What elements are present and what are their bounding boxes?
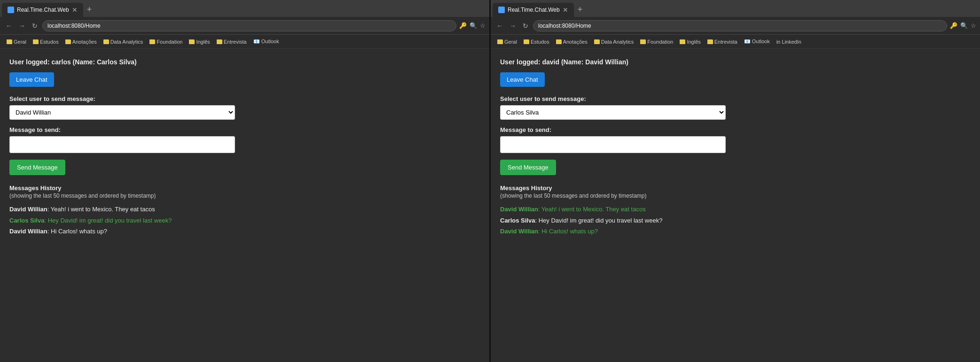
- user-name-left: carlos: [51, 58, 71, 66]
- leave-chat-btn-left[interactable]: Leave Chat: [9, 72, 54, 87]
- bookmark-geral-right[interactable]: Geral: [494, 38, 520, 46]
- folder-icon: [497, 39, 503, 44]
- new-tab-btn-right[interactable]: +: [575, 5, 586, 15]
- tab-close-right[interactable]: ✕: [563, 7, 568, 13]
- address-input-right[interactable]: [533, 20, 947, 31]
- message-sender-right-0: David Willian: [500, 206, 538, 213]
- message-label-left: Message to send:: [9, 126, 480, 133]
- address-bar-left: ← → ↻ 🔑 🔍 ☆: [0, 17, 489, 35]
- select-user-group-left: Select user to send message: David Willi…: [9, 95, 480, 120]
- tab-left[interactable]: Real.Time.Chat.Web ✕: [2, 3, 83, 17]
- bookmark-outlook-left[interactable]: 📧 Outlook: [251, 38, 282, 46]
- page-content-right: User logged: david (Name: David Willian)…: [491, 49, 980, 362]
- message-text-left-1: : Hey David! im great! did you travel la…: [44, 217, 172, 224]
- nav-refresh-left[interactable]: ↻: [30, 21, 39, 31]
- user-select-right[interactable]: Carlos Silva: [500, 105, 726, 120]
- folder-icon: [594, 39, 600, 44]
- user-logged-right: User logged: david (Name: David Willian): [500, 58, 971, 66]
- bookmark-entrevista-left[interactable]: Entrevista: [214, 38, 250, 46]
- message-item-right-2: David Willian: Hi Carlos! whats up?: [500, 227, 971, 236]
- address-bar-right: ← → ↻ 🔑 🔍 ☆: [491, 17, 980, 35]
- star-icon-right[interactable]: ☆: [971, 22, 976, 29]
- history-subtitle-left: (showing the last 50 messages and ordere…: [9, 193, 480, 199]
- message-text-left-0: : Yeah! i went to Mexico. They eat tacos: [47, 206, 155, 213]
- message-text-right-2: : Hi Carlos! whats up?: [538, 228, 598, 235]
- browser-right: Real.Time.Chat.Web ✕ + ← → ↻ 🔑 🔍 ☆ Geral: [489, 0, 980, 362]
- folder-icon: [640, 39, 646, 44]
- bookmark-dataanalytics-left[interactable]: Data Analytics: [101, 38, 146, 46]
- message-text-right-0: : Yeah! i went to Mexico. They eat tacos: [538, 206, 646, 213]
- user-name-right: david: [542, 58, 559, 66]
- message-text-left-2: : Hi Carlos! whats up?: [47, 228, 107, 235]
- nav-back-left[interactable]: ←: [4, 21, 14, 31]
- user-logged-prefix-right: User logged:: [500, 58, 541, 66]
- page-content-left: User logged: carlos (Name: Carlos Silva)…: [0, 49, 489, 362]
- bookmark-estudos-right[interactable]: Estudos: [521, 38, 552, 46]
- history-title-left: Messages History: [9, 185, 480, 192]
- bookmark-foundation-left[interactable]: Foundation: [147, 38, 185, 46]
- nav-forward-left[interactable]: →: [17, 21, 27, 31]
- bookmark-anotacoes-right[interactable]: Anotações: [553, 38, 590, 46]
- bookmark-ingles-left[interactable]: Inglês: [186, 38, 212, 46]
- user-logged-prefix-left: User logged:: [9, 58, 50, 66]
- address-icons-right: 🔑 🔍 ☆: [950, 22, 976, 29]
- leave-chat-btn-right[interactable]: Leave Chat: [500, 72, 545, 87]
- message-item-right-0: David Willian: Yeah! i went to Mexico. T…: [500, 205, 971, 214]
- send-message-btn-right[interactable]: Send Message: [500, 160, 556, 175]
- messages-history-right: Messages History (showing the last 50 me…: [500, 185, 971, 236]
- nav-back-right[interactable]: ←: [494, 21, 505, 31]
- bookmarks-bar-right: Geral Estudos Anotações Data Analytics F…: [491, 35, 980, 49]
- folder-icon: [7, 39, 12, 44]
- message-group-right: Message to send:: [500, 126, 971, 153]
- tab-bar-left: Real.Time.Chat.Web ✕ +: [0, 0, 489, 17]
- send-message-btn-left[interactable]: Send Message: [9, 160, 65, 175]
- address-icons-left: 🔑 🔍 ☆: [459, 22, 486, 29]
- bookmark-geral-left[interactable]: Geral: [4, 38, 29, 46]
- folder-icon: [217, 39, 222, 44]
- user-full-left: (Name: Carlos Silva): [73, 58, 137, 66]
- folder-icon: [524, 39, 529, 44]
- star-icon-left[interactable]: ☆: [480, 22, 486, 29]
- message-group-left: Message to send:: [9, 126, 480, 153]
- search-icon-right: 🔍: [960, 22, 968, 29]
- folder-icon: [65, 39, 71, 44]
- user-logged-left: User logged: carlos (Name: Carlos Silva): [9, 58, 480, 66]
- bookmark-anotacoes-left[interactable]: Anotações: [63, 38, 100, 46]
- message-sender-left-1: Carlos Silva: [9, 217, 44, 224]
- nav-forward-right[interactable]: →: [508, 21, 518, 31]
- bookmark-ingles-right[interactable]: Inglês: [677, 38, 703, 46]
- new-tab-btn-left[interactable]: +: [84, 5, 95, 15]
- user-full-right: (Name: David Willian): [561, 58, 628, 66]
- bookmark-dataanalytics-right[interactable]: Data Analytics: [591, 38, 637, 46]
- tab-title-right: Real.Time.Chat.Web: [508, 7, 560, 13]
- message-text-right-1: : Hey David! im great! did you travel la…: [535, 217, 662, 224]
- message-sender-right-1: Carlos Silva: [500, 217, 535, 224]
- message-item-left-0: David Willian: Yeah! i went to Mexico. T…: [9, 205, 480, 214]
- bookmark-entrevista-right[interactable]: Entrevista: [705, 38, 740, 46]
- browser-left: Real.Time.Chat.Web ✕ + ← → ↻ 🔑 🔍 ☆ Geral: [0, 0, 489, 362]
- message-input-left[interactable]: [9, 136, 235, 153]
- bookmark-estudos-left[interactable]: Estudos: [30, 38, 62, 46]
- key-icon-left: 🔑: [459, 22, 467, 29]
- message-item-right-1: Carlos Silva: Hey David! im great! did y…: [500, 216, 971, 225]
- history-subtitle-right: (showing the last 50 messages and ordere…: [500, 193, 971, 199]
- nav-refresh-right[interactable]: ↻: [521, 21, 530, 31]
- message-input-right[interactable]: [500, 136, 726, 153]
- tab-right[interactable]: Real.Time.Chat.Web ✕: [493, 3, 574, 17]
- folder-icon: [103, 39, 109, 44]
- bookmark-outlook-right[interactable]: 📧 Outlook: [741, 38, 773, 46]
- bookmark-linkedin-right[interactable]: in LinkedIn: [774, 38, 804, 46]
- select-label-right: Select user to send message:: [500, 95, 971, 102]
- message-item-left-1: Carlos Silva: Hey David! im great! did y…: [9, 216, 480, 225]
- bookmark-foundation-right[interactable]: Foundation: [637, 38, 676, 46]
- message-sender-left-2: David Willian: [9, 228, 47, 235]
- history-title-right: Messages History: [500, 185, 971, 192]
- bookmarks-bar-left: Geral Estudos Anotações Data Analytics F…: [0, 35, 489, 49]
- user-select-left[interactable]: David Willian: [9, 105, 235, 120]
- address-input-left[interactable]: [42, 20, 456, 31]
- search-icon-left: 🔍: [470, 22, 477, 29]
- tab-title-left: Real.Time.Chat.Web: [17, 7, 69, 13]
- folder-icon: [189, 39, 195, 44]
- folder-icon: [707, 39, 713, 44]
- tab-close-left[interactable]: ✕: [72, 7, 78, 13]
